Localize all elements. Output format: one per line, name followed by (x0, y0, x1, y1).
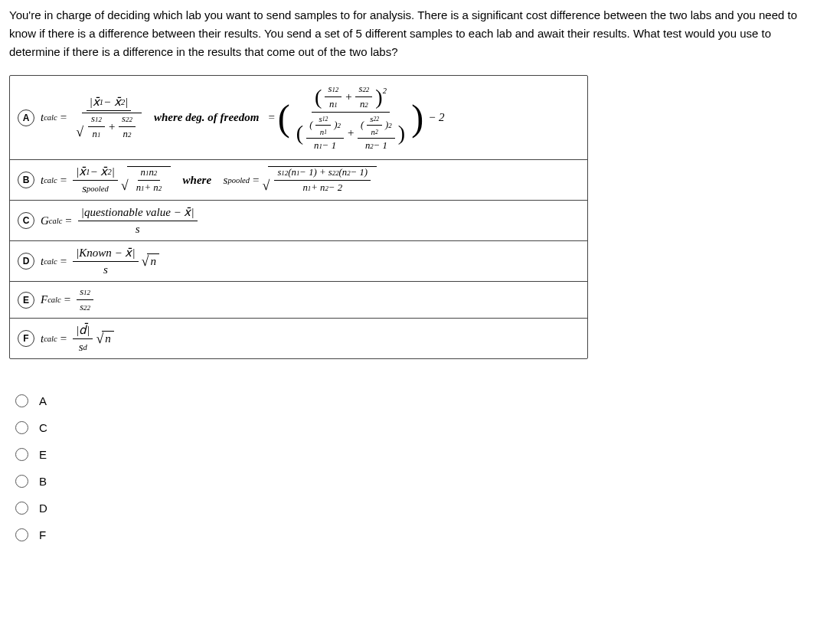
answer-option-e[interactable]: E (15, 448, 821, 461)
radio-icon (15, 475, 28, 488)
option-f-row: F tcalc = |d̄| sd √n (10, 318, 587, 358)
option-a-row: A tcalc = |x̄1 − x̄2| √ s12n1 + s22n2 wh… (10, 76, 587, 159)
option-letter-c: C (18, 212, 34, 229)
answer-list: A C E B D F (15, 394, 821, 541)
option-letter-d: D (18, 253, 34, 270)
answer-label: F (39, 528, 46, 541)
option-letter-b: B (18, 172, 34, 188)
radio-icon (15, 528, 28, 541)
formula-options-box: A tcalc = |x̄1 − x̄2| √ s12n1 + s22n2 wh… (9, 75, 588, 359)
option-letter-e: E (18, 292, 34, 309)
answer-label: B (39, 475, 47, 488)
radio-icon (15, 502, 28, 515)
radio-icon (15, 448, 28, 461)
option-letter-a: A (18, 110, 34, 126)
radio-icon (15, 421, 28, 434)
answer-option-a[interactable]: A (15, 394, 821, 407)
answer-option-f[interactable]: F (15, 528, 821, 541)
option-e-row: E Fcalc= s12 s22 (10, 281, 587, 318)
answer-label: E (39, 448, 47, 461)
answer-label: C (39, 421, 47, 434)
answer-label: A (39, 394, 47, 407)
option-letter-f: F (18, 330, 34, 347)
answer-option-c[interactable]: C (15, 421, 821, 434)
question-text: You're in charge of deciding which lab y… (9, 6, 821, 61)
radio-icon (15, 394, 28, 407)
answer-option-b[interactable]: B (15, 475, 821, 488)
answer-label: D (39, 502, 47, 515)
answer-option-d[interactable]: D (15, 502, 821, 515)
option-c-row: C Gcalc= |questionable value − x̄| s (10, 200, 587, 240)
option-d-row: D tcalc = |Known − x̄| s √n (10, 240, 587, 281)
option-b-row: B tcalc= |x̄1 − x̄2| spooled √ n1n2n1 + … (10, 159, 587, 200)
